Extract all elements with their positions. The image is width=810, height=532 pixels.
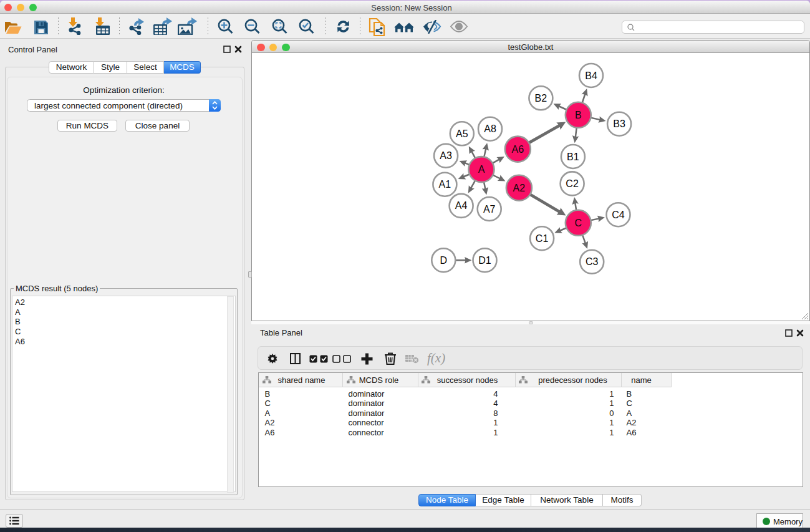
svg-text:A1: A1 xyxy=(439,179,451,190)
svg-text:A: A xyxy=(478,164,485,175)
svg-text:A8: A8 xyxy=(484,123,496,134)
svg-text:B: B xyxy=(575,110,582,120)
svg-text:A3: A3 xyxy=(440,150,452,161)
svg-text:D: D xyxy=(440,255,448,266)
svg-text:C3: C3 xyxy=(586,256,599,267)
svg-text:A5: A5 xyxy=(456,128,468,139)
svg-text:B3: B3 xyxy=(613,118,625,129)
svg-text:C2: C2 xyxy=(566,178,579,189)
svg-text:A4: A4 xyxy=(455,200,468,211)
svg-text:B1: B1 xyxy=(567,152,579,162)
svg-text:C: C xyxy=(575,218,582,228)
svg-text:D1: D1 xyxy=(478,255,491,266)
svg-text:A6: A6 xyxy=(512,144,524,155)
svg-text:C1: C1 xyxy=(536,233,549,244)
svg-text:A2: A2 xyxy=(513,183,526,193)
svg-text:B2: B2 xyxy=(535,93,547,104)
svg-text:A7: A7 xyxy=(483,204,496,215)
svg-text:C4: C4 xyxy=(612,210,625,220)
svg-text:B4: B4 xyxy=(585,70,597,81)
